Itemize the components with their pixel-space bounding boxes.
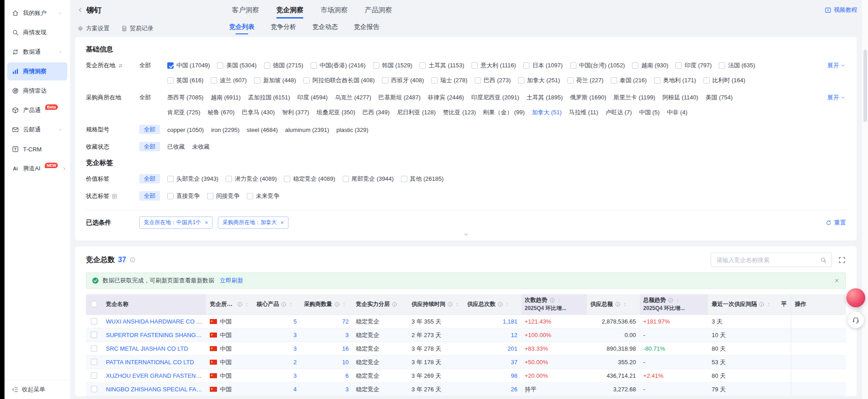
filter-checkbox-option[interactable]: 荷兰 (227) [567,76,604,84]
supply-times[interactable]: 26 [463,383,521,396]
sub-tab[interactable]: 竞争分析 [271,23,296,34]
info-icon[interactable] [497,301,503,307]
filter-option[interactable]: 未收藏 [192,143,210,151]
table-row[interactable]: WUXI ANSHIDA HARDWARE CO LTD★中国572稳定竞企3 … [86,315,846,329]
info-icon[interactable] [281,301,287,307]
filter-checkbox-option[interactable]: 未来竞争 [247,192,279,200]
filter-option[interactable]: 阿根廷 (1140) [662,94,698,102]
info-icon[interactable] [237,301,243,307]
filter-option[interactable]: 美国 (754) [706,94,733,102]
filter-checkbox-option[interactable]: 中国(香港) (2416) [311,61,366,70]
plan-settings-button[interactable]: 方案设置 [77,24,109,33]
filter-option[interactable]: 卢旺达 (7) [605,108,632,117]
filter-checkbox-option[interactable]: 尾部竞企 (3944) [343,175,394,183]
table-row[interactable]: SRC METAL JIASHAN CO LTD★中国316稳定竞企3 年 27… [86,342,846,356]
select-all-checkbox[interactable] [86,294,102,315]
sub-tab[interactable]: 竞企动态 [312,23,338,34]
filter-option[interactable]: aluminum (2391) [285,127,329,133]
filter-option[interactable]: 加拿大 (51) [532,108,561,117]
core-products-count[interactable]: 2 [253,356,300,369]
sort-icon[interactable] [766,301,771,308]
info-icon[interactable] [668,297,674,303]
filter-checkbox-option[interactable]: 巴西 (273) [475,76,511,84]
filter-option[interactable]: iron (2295) [211,127,240,133]
filter-checkbox-option[interactable]: 德国 (2715) [264,61,303,70]
row-checkbox[interactable] [91,386,97,392]
info-icon[interactable] [129,257,136,263]
info-icon[interactable] [447,301,453,307]
filter-option[interactable]: 墨西哥 (7085) [167,94,203,102]
filter-all-option[interactable]: 全部 [139,191,160,201]
tab[interactable]: 客户洞察 [232,0,259,20]
filter-checkbox-option[interactable]: 间接竞争 [207,192,240,200]
row-checkbox[interactable] [91,318,97,324]
filter-option[interactable]: 巴西 (349) [363,108,390,117]
column-header[interactable]: 供应总额 [587,294,640,315]
sub-tab[interactable]: 竞企列表 [229,23,255,34]
filter-all-option[interactable]: 全部 [139,174,160,183]
column-header[interactable]: 总额趋势2025Q4 环比增... [640,294,708,315]
customer-service-button[interactable] [848,312,864,328]
filter-option[interactable]: 巴基斯坦 (2487) [378,94,420,102]
filter-option[interactable]: plastic (329) [336,127,368,133]
filter-checkbox-option[interactable]: 日本 (1097) [523,61,562,70]
filter-option[interactable]: 马拉维 (11) [569,108,598,117]
sidebar-item-discovery[interactable]: 商情发现 [7,23,67,42]
tab[interactable]: 产品洞察 [365,0,392,20]
promo-float-icon[interactable] [846,288,865,307]
refresh-now-link[interactable]: 立即刷新 [220,277,243,285]
company-name-link[interactable]: XUZHOU EVER GRAND FASTENERS... [102,369,206,383]
filter-option[interactable]: 赞比亚 (123) [443,108,476,117]
filter-checkbox-option[interactable]: 波兰 (607) [211,76,247,84]
filter-option[interactable]: steel (4684) [247,127,278,133]
filter-checkbox-option[interactable]: 新加坡 (448) [254,76,296,84]
collapse-menu-button[interactable]: 收起菜单 [5,380,70,399]
filter-all-option[interactable]: 全部 [139,125,160,134]
sort-icon[interactable] [675,297,680,304]
row-checkbox[interactable] [91,345,97,352]
search-input[interactable] [716,256,820,264]
sidebar-item-radar[interactable]: 商情雷达 [7,82,67,100]
core-products-count[interactable]: 3 [253,329,300,342]
supply-times[interactable]: 12 [463,329,521,342]
tab[interactable]: 市场洞察 [321,0,348,20]
filter-option[interactable]: 斯里兰卡 (1199) [613,94,655,102]
filter-checkbox-option[interactable]: 中国 (17049) [167,61,210,70]
filter-option[interactable]: 中非 (4) [667,108,688,117]
filter-option[interactable]: 刚果（金） (99) [483,108,525,117]
back-icon[interactable] [77,7,84,13]
tab[interactable]: 竞企洞察 [276,0,303,20]
filter-checkbox-option[interactable]: 英国 (616) [167,76,203,84]
filter-option[interactable]: 尼日利亚 (128) [397,108,436,117]
supply-times[interactable]: 37 [463,356,521,369]
buyers-count[interactable]: 10 [300,356,352,369]
row-checkbox[interactable] [91,332,97,338]
buyers-count[interactable]: 3 [300,383,352,396]
info-icon[interactable] [615,301,621,307]
close-icon[interactable] [834,277,840,284]
sort-icon[interactable] [505,301,509,308]
core-products-count[interactable]: 3 [253,369,300,383]
filter-option[interactable]: 越南 (6911) [211,94,241,102]
filter-checkbox-option[interactable]: 美国 (5304) [217,61,256,70]
filter-checkbox-option[interactable]: 瑞士 (278) [431,76,467,84]
filter-checkbox-option[interactable]: 阿拉伯联合酋长国 (408) [303,76,375,84]
sort-icon[interactable] [245,301,249,308]
filter-checkbox-option[interactable]: 中国(台湾) (1052) [570,61,625,70]
filter-option[interactable]: 菲律宾 (2446) [428,94,464,102]
filter-checkbox-option[interactable]: 意大利 (1116) [472,61,516,70]
filter-checkbox-option[interactable]: 潜力竞企 (4089) [226,175,277,183]
company-name-link[interactable]: NINGBO ZHISHANG SPECIAL FAST... [102,383,206,396]
company-name-link[interactable]: SUPERTOR FASTENING SHANGHAI... [102,329,206,342]
filter-checkbox-option[interactable]: 越南 (930) [632,61,668,70]
column-header[interactable]: 供应总次数 [463,294,521,315]
sort-icon[interactable] [623,301,627,308]
filter-option[interactable]: 坦桑尼亚 (350) [316,108,355,117]
filter-all-option[interactable]: 全部 [139,62,151,69]
page-scrollbar[interactable] [862,0,868,399]
sort-icon[interactable] [342,301,346,308]
search-box[interactable] [711,253,832,267]
filter-option[interactable]: copper (1050) [167,127,204,133]
supply-times[interactable]: 201 [463,342,521,356]
filter-option[interactable]: 孟加拉国 (6151) [248,94,290,102]
